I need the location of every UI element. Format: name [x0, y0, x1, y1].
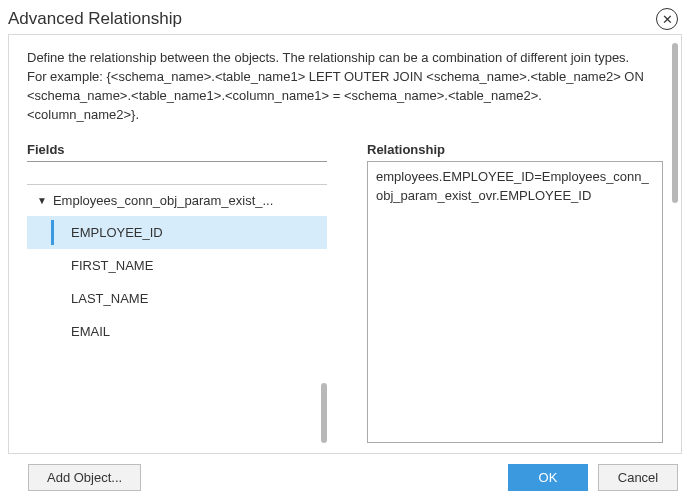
- fields-box: ▼ Employees_conn_obj_param_exist_... EMP…: [27, 161, 327, 443]
- tree-group-label: Employees_conn_obj_param_exist_...: [53, 193, 273, 208]
- scrollbar-thumb[interactable]: [672, 43, 678, 203]
- tree-item[interactable]: FIRST_NAME: [27, 249, 327, 282]
- dialog-title: Advanced Relationship: [8, 9, 182, 29]
- content-wrap: Define the relationship between the obje…: [0, 34, 690, 454]
- fields-pane: Fields ▼ Employees_conn_obj_param_exist_…: [27, 142, 327, 443]
- dialog-footer: Add Object... OK Cancel: [0, 454, 690, 501]
- scrollbar-thumb[interactable]: [321, 383, 327, 443]
- dialog-header: Advanced Relationship ✕: [0, 0, 690, 34]
- dialog-content: Define the relationship between the obje…: [8, 34, 682, 454]
- tree-group[interactable]: ▼ Employees_conn_obj_param_exist_...: [27, 185, 327, 216]
- tree-item[interactable]: EMPLOYEE_ID: [27, 216, 327, 249]
- panes: Fields ▼ Employees_conn_obj_param_exist_…: [27, 142, 663, 443]
- caret-down-icon: ▼: [37, 195, 47, 206]
- fields-scrollbar[interactable]: [321, 188, 327, 443]
- close-button[interactable]: ✕: [656, 8, 678, 30]
- close-icon: ✕: [662, 13, 673, 26]
- content-scrollbar[interactable]: [672, 43, 678, 445]
- tree-item[interactable]: EMAIL: [27, 315, 327, 348]
- advanced-relationship-dialog: Advanced Relationship ✕ Define the relat…: [0, 0, 690, 501]
- fields-tree: ▼ Employees_conn_obj_param_exist_... EMP…: [27, 184, 327, 348]
- tree-item[interactable]: LAST_NAME: [27, 282, 327, 315]
- relationship-pane: Relationship employees.EMPLOYEE_ID=Emplo…: [367, 142, 663, 443]
- fields-label: Fields: [27, 142, 327, 157]
- relationship-textarea[interactable]: employees.EMPLOYEE_ID=Employees_conn_obj…: [367, 161, 663, 443]
- footer-right: OK Cancel: [508, 464, 678, 491]
- cancel-button[interactable]: Cancel: [598, 464, 678, 491]
- ok-button[interactable]: OK: [508, 464, 588, 491]
- description-text: Define the relationship between the obje…: [27, 49, 663, 124]
- add-object-button[interactable]: Add Object...: [28, 464, 141, 491]
- relationship-label: Relationship: [367, 142, 663, 157]
